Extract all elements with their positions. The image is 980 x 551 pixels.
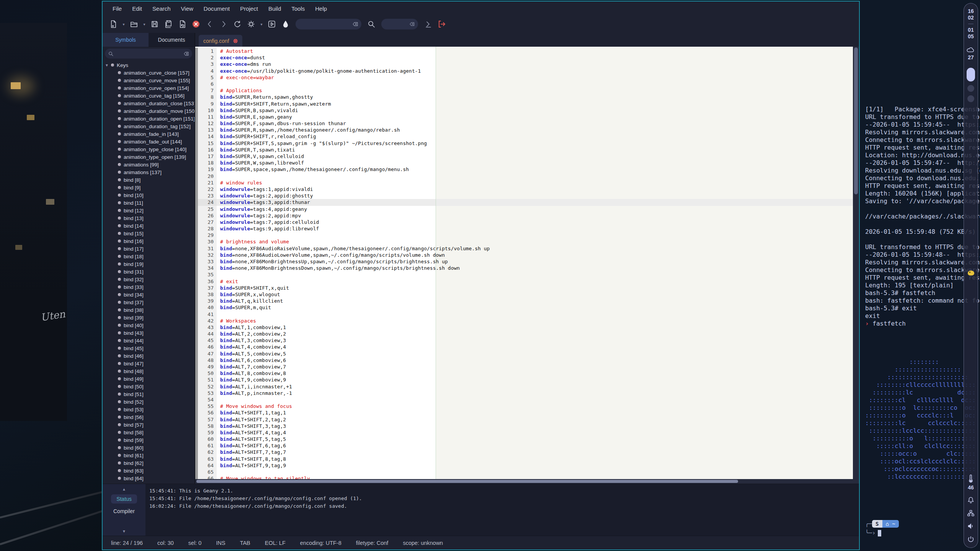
code-line[interactable]: 6 bbox=[195, 81, 859, 87]
code-line[interactable]: 62bind=ALT+SHIFT,7,tag,7 bbox=[195, 449, 859, 455]
code-line[interactable]: 33bind=none,XF86MonBrightnessUp,spawn,~/… bbox=[195, 258, 859, 265]
code-line[interactable]: 48bind=ALT,6,comboview,6 bbox=[195, 357, 859, 364]
code-line[interactable]: 12bind=SUPER,F,spawn,dbus-run-session th… bbox=[195, 120, 859, 127]
tree-item[interactable]: bind [38] bbox=[103, 306, 194, 314]
tree-item[interactable]: bind [63] bbox=[103, 467, 194, 474]
code-line[interactable]: 55# Move windows and focus bbox=[195, 403, 859, 409]
code-line[interactable]: 35 bbox=[195, 271, 859, 278]
tree-item[interactable]: bind [17] bbox=[103, 245, 194, 253]
close-document-button[interactable] bbox=[190, 18, 202, 30]
code-line[interactable]: 25windowrule=tags:4,appid:geany bbox=[195, 206, 859, 212]
tree-item[interactable]: animation_fade_out [144] bbox=[103, 138, 194, 145]
code-line[interactable]: 59bind=ALT+SHIFT,4,tag,4 bbox=[195, 429, 859, 436]
menu-item-search[interactable]: Search bbox=[152, 5, 171, 12]
code-line[interactable]: 61bind=ALT+SHIFT,6,tag,6 bbox=[195, 442, 859, 449]
expander-icon[interactable]: ▼ bbox=[105, 63, 111, 67]
code-line[interactable]: 24windowrule=tags:3,appid:thunar bbox=[195, 199, 859, 205]
tree-item[interactable]: bind [12] bbox=[103, 207, 194, 214]
code-line[interactable]: 29 bbox=[195, 232, 859, 238]
code-line[interactable]: 54 bbox=[195, 396, 859, 403]
code-line[interactable]: 31bind=none,XF86AudioRaiseVolume,spawn,/… bbox=[195, 245, 859, 252]
code-line[interactable]: 47bind=ALT,5,comboview,5 bbox=[195, 350, 859, 357]
code-line[interactable]: 56bind=ALT+SHIFT,1,tag,1 bbox=[195, 409, 859, 416]
tree-root-keys[interactable]: ▼Keys bbox=[103, 61, 194, 69]
workspace-dot[interactable] bbox=[967, 95, 974, 102]
editor-vertical-scrollbar[interactable] bbox=[853, 47, 859, 479]
tree-item[interactable]: bind [18] bbox=[103, 253, 194, 260]
new-file-button[interactable] bbox=[107, 18, 119, 30]
workspace-active-indicator[interactable] bbox=[967, 68, 975, 82]
tree-item[interactable]: animation_duration_tag [152] bbox=[103, 122, 194, 130]
tree-item[interactable]: bind [53] bbox=[103, 406, 194, 413]
code-line[interactable]: 14bind=SUPER+SHIFT,r,reload_config bbox=[195, 133, 859, 140]
code-line[interactable]: 11bind=SUPER,E,spawn,geany bbox=[195, 114, 859, 120]
quit-button[interactable] bbox=[436, 18, 448, 30]
clear-search-icon[interactable] bbox=[352, 21, 358, 28]
search-input[interactable] bbox=[300, 21, 352, 27]
code-line[interactable]: 63bind=ALT+SHIFT,8,tag,8 bbox=[195, 456, 859, 462]
tree-item[interactable]: bind [61] bbox=[103, 452, 194, 459]
code-line[interactable]: 19bind=SUPER,space,spawn,/home/thesaigon… bbox=[195, 166, 859, 173]
tree-item[interactable]: bind [40] bbox=[103, 321, 194, 329]
tree-item[interactable]: bind [13] bbox=[103, 214, 194, 222]
tree-item[interactable]: animation_duration_open [151] bbox=[103, 115, 194, 122]
clear-icon[interactable] bbox=[183, 51, 189, 57]
code-line[interactable]: 64bind=ALT+SHIFT,9,tag,9 bbox=[195, 462, 859, 469]
build-button[interactable] bbox=[245, 18, 257, 30]
navigate-back-button[interactable] bbox=[204, 18, 216, 30]
menu-item-tools[interactable]: Tools bbox=[291, 5, 305, 12]
code-line[interactable]: 36# exit bbox=[195, 278, 859, 285]
open-file-dropdown[interactable]: ▾ bbox=[142, 18, 147, 30]
tree-item[interactable]: bind [10] bbox=[103, 191, 194, 199]
code-line[interactable]: 42# Workspaces bbox=[195, 318, 859, 324]
tree-item[interactable]: animation_type_open [139] bbox=[103, 153, 194, 161]
run-button[interactable] bbox=[266, 18, 278, 30]
tab-symbols[interactable]: Symbols bbox=[103, 33, 149, 47]
workspace-dot[interactable] bbox=[967, 85, 974, 92]
code-line[interactable]: 45bind=ALT,3,comboview,3 bbox=[195, 337, 859, 344]
symbols-search-input[interactable] bbox=[114, 51, 183, 56]
menu-item-project[interactable]: Project bbox=[240, 5, 258, 12]
code-line[interactable]: 10bind=SUPER,B,spawn,vivaldi bbox=[195, 107, 859, 114]
tab-close-icon[interactable]: ⊗ bbox=[233, 37, 238, 44]
code-line[interactable]: 37bind=SUPER+SHIFT,x,quit bbox=[195, 285, 859, 291]
code-line[interactable]: 18bind=SUPER,W,spawn,librewolf bbox=[195, 160, 859, 166]
tree-item[interactable]: animation_curve_tag [156] bbox=[103, 92, 194, 99]
code-line[interactable]: 15bind=SUPER+SHIFT,S,spawn,grim -g "$(sl… bbox=[195, 140, 859, 147]
tree-item[interactable]: bind [34] bbox=[103, 291, 194, 298]
tree-item[interactable]: bind [51] bbox=[103, 390, 194, 398]
new-file-dropdown[interactable]: ▾ bbox=[121, 18, 126, 30]
menu-item-build[interactable]: Build bbox=[268, 5, 281, 12]
search-button[interactable] bbox=[365, 18, 377, 30]
code-line[interactable]: 51bind=ALT,9,comboview,9 bbox=[195, 377, 859, 383]
tree-item[interactable]: bind [48] bbox=[103, 367, 194, 375]
code-line[interactable]: 39bind=ALT,q,killclient bbox=[195, 298, 859, 304]
tree-item[interactable]: bind [60] bbox=[103, 444, 194, 452]
menu-item-document[interactable]: Document bbox=[204, 5, 230, 12]
tree-item[interactable]: bind [9] bbox=[103, 184, 194, 191]
code-line[interactable]: 21# window rules bbox=[195, 179, 859, 186]
tree-item[interactable]: bind [31] bbox=[103, 268, 194, 276]
clear-goto-icon[interactable] bbox=[409, 21, 415, 28]
menu-item-edit[interactable]: Edit bbox=[132, 5, 142, 12]
code-line[interactable]: 32bind=none,XF86AudioLowerVolume,spawn,~… bbox=[195, 252, 859, 258]
code-line[interactable]: 3exec-once=dms run bbox=[195, 61, 859, 67]
code-line[interactable]: 46bind=ALT,4,comboview,4 bbox=[195, 344, 859, 350]
code-line[interactable]: 65 bbox=[195, 469, 859, 475]
tree-item[interactable]: bind [46] bbox=[103, 352, 194, 360]
goto-line-field[interactable] bbox=[381, 19, 418, 29]
toolbar-search-field[interactable] bbox=[296, 19, 361, 29]
tree-item[interactable]: bind [49] bbox=[103, 375, 194, 383]
code-line[interactable]: 58bind=ALT+SHIFT,3,tag,3 bbox=[195, 423, 859, 429]
tree-item[interactable]: bind [16] bbox=[103, 237, 194, 245]
tree-item[interactable]: bind [33] bbox=[103, 283, 194, 291]
code-line[interactable]: 38bind=SUPER,x,wlogout bbox=[195, 291, 859, 298]
code-line[interactable]: 16bind=SUPER,T,spawn,tixati bbox=[195, 147, 859, 153]
tab-config-conf[interactable]: config.conf ⊗ bbox=[199, 35, 242, 47]
tree-item[interactable]: animation_curve_open [154] bbox=[103, 84, 194, 92]
tree-item[interactable]: bind [50] bbox=[103, 383, 194, 390]
tree-item[interactable]: bind [15] bbox=[103, 230, 194, 237]
tree-item[interactable]: animation_duration_close [153] bbox=[103, 99, 194, 107]
code-line[interactable]: 23windowrule=tags:2,appid:ghostty bbox=[195, 192, 859, 199]
code-line[interactable]: 5# exec-once=waybar bbox=[195, 74, 859, 81]
